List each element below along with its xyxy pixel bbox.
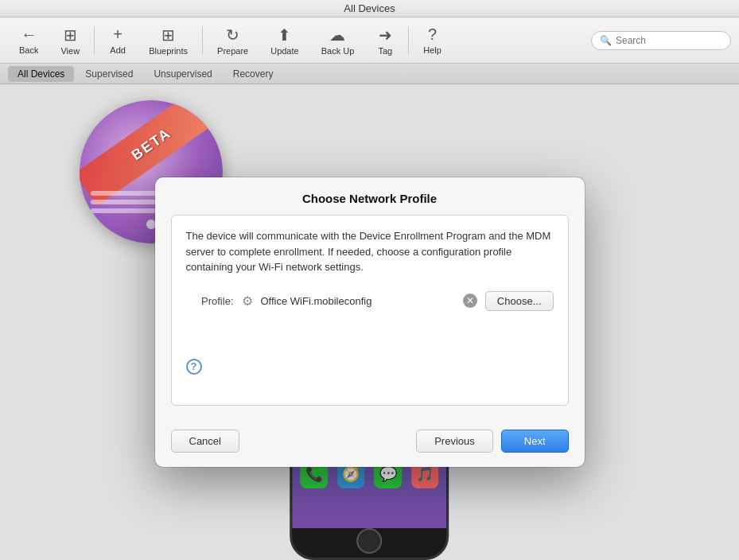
clear-profile-button[interactable]: ✕ (463, 294, 477, 308)
tab-unsupervised[interactable]: Unsupervised (144, 66, 221, 82)
tab-supervised[interactable]: Supervised (76, 66, 142, 82)
tag-button[interactable]: ➜ Tag (365, 22, 405, 59)
backup-icon: ☁ (329, 25, 345, 45)
profile-row: Profile: ⚙ Office WiFi.mobileconfig ✕ Ch… (186, 291, 554, 311)
choose-profile-button[interactable]: Choose... (485, 291, 554, 311)
prepare-button[interactable]: ↻ Prepare (206, 22, 259, 59)
prepare-label: Prepare (217, 46, 248, 56)
help-button[interactable]: ? Help (412, 22, 453, 58)
modal-overlay: Choose Network Profile The device will c… (0, 84, 739, 560)
prepare-icon: ↻ (226, 25, 239, 45)
tab-all-devices[interactable]: All Devices (8, 66, 74, 82)
blueprints-icon: ⊞ (161, 25, 175, 45)
view-button[interactable]: ⊞ View (49, 22, 91, 59)
main-content: BETA 📞 🧭 💬 🎵 iPhone (0, 84, 739, 560)
modal-body: The device will communicate with the Dev… (155, 215, 585, 418)
tag-label: Tag (378, 46, 392, 56)
add-icon: + (113, 25, 123, 44)
backup-label: Back Up (321, 46, 355, 56)
toolbar-separator-2 (202, 26, 203, 55)
view-label: View (60, 46, 80, 56)
next-button[interactable]: Next (501, 430, 569, 453)
tag-icon: ➜ (379, 25, 392, 45)
view-icon: ⊞ (64, 25, 77, 45)
back-button[interactable]: ← Back (8, 22, 49, 58)
modal-description: The device will communicate with the Dev… (186, 228, 554, 275)
add-label: Add (110, 45, 126, 55)
modal-dialog: Choose Network Profile The device will c… (155, 177, 585, 467)
window-title: All Devices (344, 2, 395, 14)
tab-recovery[interactable]: Recovery (224, 66, 283, 82)
cancel-button[interactable]: Cancel (171, 430, 239, 453)
tab-bar: All Devices Supervised Unsupervised Reco… (0, 64, 739, 84)
modal-footer: Cancel Previous Next (155, 418, 585, 467)
search-input[interactable] (616, 35, 719, 46)
update-icon: ⬆ (278, 25, 291, 45)
backup-button[interactable]: ☁ Back Up (310, 22, 366, 59)
help-question-button[interactable]: ? (186, 359, 202, 375)
profile-label: Profile: (186, 295, 234, 307)
help-label: Help (423, 45, 441, 55)
add-button[interactable]: + Add (98, 22, 138, 58)
modal-title: Choose Network Profile (155, 177, 585, 215)
toolbar-separator-3 (408, 26, 409, 55)
back-label: Back (19, 45, 38, 55)
blueprints-label: Blueprints (149, 46, 188, 56)
back-icon: ← (21, 25, 37, 44)
search-icon: 🔍 (600, 35, 612, 46)
blueprints-button[interactable]: ⊞ Blueprints (138, 22, 199, 59)
toolbar: ← Back ⊞ View + Add ⊞ Blueprints ↻ Prepa… (0, 18, 739, 64)
help-icon: ? (428, 25, 437, 44)
profile-filename: Office WiFi.mobileconfig (261, 295, 455, 307)
profile-icon: ⚙ (242, 294, 253, 309)
title-bar: All Devices (0, 0, 739, 18)
search-box[interactable]: 🔍 (591, 31, 731, 50)
update-label: Update (270, 46, 298, 56)
update-button[interactable]: ⬆ Update (259, 22, 309, 59)
previous-button[interactable]: Previous (416, 430, 493, 453)
button-group-right: Previous Next (416, 430, 568, 453)
toolbar-separator-1 (94, 26, 95, 55)
modal-help-area: ? (186, 311, 554, 375)
modal-content-box: The device will communicate with the Dev… (171, 215, 569, 406)
